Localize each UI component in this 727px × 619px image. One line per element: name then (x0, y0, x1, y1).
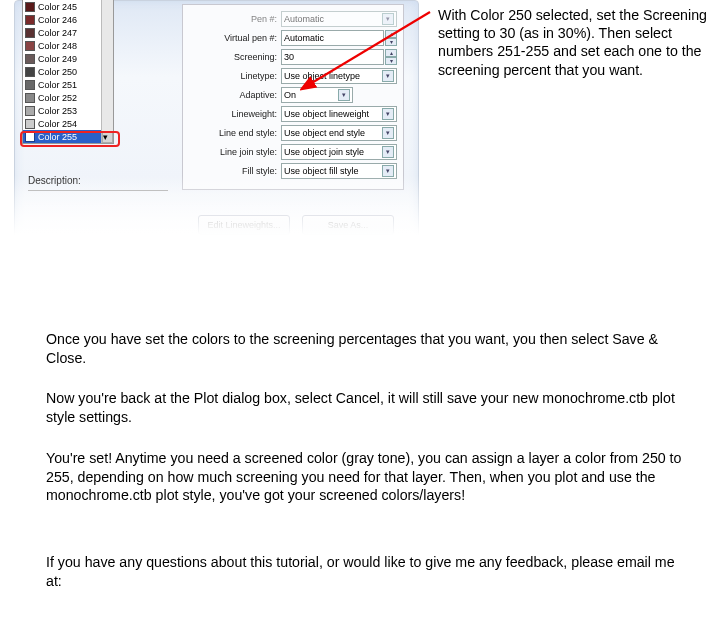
color-item-label: Color 245 (38, 2, 77, 12)
color-item-label: Color 251 (38, 80, 77, 90)
color-swatch-icon (25, 41, 35, 51)
linetype-label: Linetype: (183, 71, 277, 81)
screening-spinner[interactable]: ▴▾ (385, 49, 397, 65)
edit-lineweights-button[interactable]: Edit Lineweights... (198, 215, 290, 235)
color-item-label: Color 254 (38, 119, 77, 129)
virtual-pen-field[interactable]: Automatic (281, 30, 384, 46)
pen-label: Pen #: (183, 14, 277, 24)
color-swatch-icon (25, 106, 35, 116)
dialog-button-row: Edit Lineweights... Save As... (198, 215, 394, 235)
color-item-label: Color 247 (38, 28, 77, 38)
tutorial-body-text: Once you have set the colors to the scre… (0, 270, 727, 591)
color-item-label: Color 253 (38, 106, 77, 116)
joinstyle-field[interactable]: Use object join style▾ (281, 144, 397, 160)
virtual-pen-label: Virtual pen #: (183, 33, 277, 43)
description-label: Description: (28, 175, 81, 186)
color-swatch-icon (25, 93, 35, 103)
color-list-item[interactable]: Color 245 (23, 0, 113, 13)
virtual-pen-spinner[interactable]: ▴▾ (385, 30, 397, 46)
paragraph-4: If you have any questions about this tut… (46, 553, 687, 590)
highlight-callout (20, 131, 120, 147)
properties-panel: Pen #: Automatic▾ Virtual pen #: Automat… (182, 4, 404, 190)
chevron-down-icon[interactable]: ▾ (338, 89, 350, 101)
adaptive-label: Adaptive: (183, 90, 277, 100)
save-as-button[interactable]: Save As... (302, 215, 394, 235)
screenshot-annotation-area: Color 245Color 246Color 247Color 248Colo… (0, 0, 727, 270)
color-list-item[interactable]: Color 246 (23, 13, 113, 26)
color-swatch-icon (25, 80, 35, 90)
color-swatch-icon (25, 28, 35, 38)
chevron-down-icon[interactable]: ▾ (382, 108, 394, 120)
linetype-field[interactable]: Use object linetype▾ (281, 68, 397, 84)
endstyle-label: Line end style: (183, 128, 277, 138)
color-item-label: Color 246 (38, 15, 77, 25)
paragraph-1: Once you have set the colors to the scre… (46, 330, 687, 367)
color-list-item[interactable]: Color 249 (23, 52, 113, 65)
lineweight-field[interactable]: Use object lineweight▾ (281, 106, 397, 122)
pen-field[interactable]: Automatic▾ (281, 11, 397, 27)
color-list-item[interactable]: Color 250 (23, 65, 113, 78)
lineweight-label: Lineweight: (183, 109, 277, 119)
chevron-down-icon[interactable]: ▾ (382, 127, 394, 139)
chevron-down-icon[interactable]: ▾ (382, 70, 394, 82)
adaptive-field[interactable]: On▾ (281, 87, 353, 103)
color-list-item[interactable]: Color 252 (23, 91, 113, 104)
color-swatch-icon (25, 54, 35, 64)
color-item-label: Color 249 (38, 54, 77, 64)
color-swatch-icon (25, 15, 35, 25)
scrollbar[interactable]: ▾ (101, 0, 113, 143)
color-listbox[interactable]: Color 245Color 246Color 247Color 248Colo… (22, 0, 114, 144)
paragraph-3: You're set! Anytime you need a screened … (46, 449, 687, 505)
color-item-label: Color 250 (38, 67, 77, 77)
joinstyle-label: Line join style: (183, 147, 277, 157)
annotation-text: With Color 250 selected, set the Screeni… (438, 6, 714, 79)
description-field-underline (28, 190, 168, 191)
color-list-item[interactable]: Color 247 (23, 26, 113, 39)
color-list-item[interactable]: Color 254 (23, 117, 113, 130)
color-swatch-icon (25, 67, 35, 77)
fillstyle-field[interactable]: Use object fill style▾ (281, 163, 397, 179)
chevron-down-icon[interactable]: ▾ (382, 13, 394, 25)
color-swatch-icon (25, 2, 35, 12)
screening-label: Screening: (183, 52, 277, 62)
plot-style-dialog: Color 245Color 246Color 247Color 248Colo… (14, 0, 419, 255)
endstyle-field[interactable]: Use object end style▾ (281, 125, 397, 141)
fillstyle-label: Fill style: (183, 166, 277, 176)
color-item-label: Color 252 (38, 93, 77, 103)
color-item-label: Color 248 (38, 41, 77, 51)
screening-field[interactable]: 30 (281, 49, 384, 65)
color-list-item[interactable]: Color 248 (23, 39, 113, 52)
paragraph-2: Now you're back at the Plot dialog box, … (46, 389, 687, 426)
chevron-down-icon[interactable]: ▾ (382, 146, 394, 158)
chevron-down-icon[interactable]: ▾ (382, 165, 394, 177)
color-list-item[interactable]: Color 251 (23, 78, 113, 91)
color-swatch-icon (25, 119, 35, 129)
color-list-item[interactable]: Color 253 (23, 104, 113, 117)
